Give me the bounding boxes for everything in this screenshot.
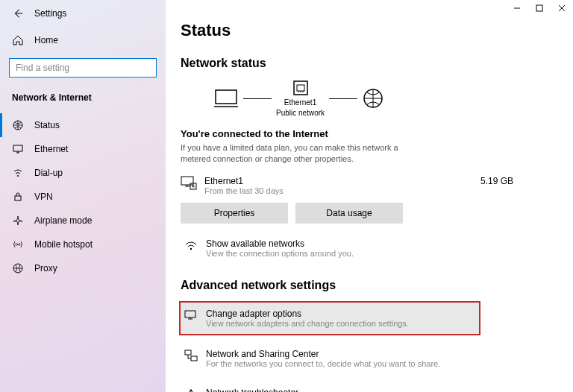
svg-rect-7 [216, 90, 237, 104]
link-title: Show available networks [206, 238, 354, 249]
titlebar-row: Settings [9, 7, 157, 19]
svg-rect-14 [185, 311, 195, 317]
adapter-name: Ethernet1 [284, 98, 316, 107]
page-title: Status [181, 21, 558, 40]
globe-icon [12, 119, 24, 131]
proxy-icon [12, 262, 24, 274]
home-label: Home [34, 35, 58, 45]
nav-label: VPN [34, 192, 53, 202]
properties-button[interactable]: Properties [181, 203, 288, 224]
diagram-line [329, 98, 357, 99]
nav-dialup[interactable]: Dial-up [9, 161, 157, 185]
data-usage-button[interactable]: Data usage [295, 203, 403, 224]
ethernet-adapter-icon [292, 79, 310, 97]
computer-icon [213, 88, 239, 109]
home-icon [12, 34, 24, 46]
app-title: Settings [34, 8, 66, 19]
troubleshooter-icon [184, 388, 198, 392]
globe-large-icon [362, 87, 384, 110]
svg-point-4 [17, 244, 19, 245]
nav-ethernet[interactable]: Ethernet [9, 137, 157, 161]
link-text: Change adapter options View network adap… [206, 309, 409, 328]
network-diagram: Ethernet1 Public network [213, 79, 558, 118]
network-sharing-center-link[interactable]: Network and Sharing Center For the netwo… [181, 344, 558, 373]
svg-point-13 [190, 248, 192, 250]
close-icon [558, 4, 566, 12]
adapter-options-icon [184, 309, 198, 323]
network-troubleshooter-link[interactable]: Network troubleshooter Diagnose and fix … [181, 383, 558, 392]
nav-status[interactable]: Status [9, 113, 157, 137]
connection-info: Ethernet1 From the last 30 days [204, 176, 284, 195]
svg-rect-6 [536, 5, 542, 11]
connection-usage: 5.19 GB [480, 176, 513, 186]
button-row: Properties Data usage [181, 203, 558, 224]
svg-rect-3 [15, 196, 21, 200]
airplane-icon [12, 215, 24, 227]
diagram-line [243, 98, 272, 99]
arrow-left-icon [13, 8, 23, 19]
window-controls [512, 3, 567, 13]
minimize-button[interactable] [512, 3, 522, 13]
maximize-button[interactable] [534, 3, 545, 13]
maximize-icon [536, 4, 543, 12]
link-title: Network troubleshooter [206, 388, 336, 392]
nav-label: Status [34, 120, 60, 130]
diagram-adapter: Ethernet1 Public network [276, 79, 325, 118]
advanced-heading: Advanced network settings [181, 279, 558, 292]
link-text: Network troubleshooter Diagnose and fix … [206, 388, 336, 392]
link-title: Network and Sharing Center [206, 349, 440, 359]
show-networks-link[interactable]: Show available networks View the connect… [181, 234, 558, 262]
link-text: Show available networks View the connect… [206, 238, 354, 258]
svg-rect-8 [294, 81, 307, 95]
sidebar: Settings Home Network & Internet Status … [0, 0, 166, 392]
link-sub: View the connection options around you. [206, 249, 354, 258]
nav-label: Dial-up [34, 168, 63, 178]
home-nav[interactable]: Home [9, 30, 157, 51]
link-sub: View network adapters and change connect… [206, 319, 409, 328]
minimize-icon [513, 4, 521, 12]
back-button[interactable] [12, 7, 24, 19]
close-button[interactable] [557, 3, 567, 13]
nav-vpn[interactable]: VPN [9, 185, 157, 209]
network-status-heading: Network status [181, 57, 558, 70]
connected-desc: If you have a limited data plan, you can… [181, 142, 427, 165]
hotspot-icon [12, 238, 24, 250]
svg-rect-16 [191, 356, 197, 361]
search-box[interactable] [9, 58, 157, 78]
connection-period: From the last 30 days [204, 186, 284, 195]
connection-row: Ethernet1 From the last 30 days 5.19 GB [181, 176, 558, 195]
wifi-icon [184, 238, 198, 253]
nav-label: Mobile hotspot [34, 239, 93, 250]
nav-proxy[interactable]: Proxy [9, 256, 157, 280]
adapter-type: Public network [276, 109, 325, 118]
connection-name: Ethernet1 [204, 176, 284, 186]
main-content: Status Network status Ethernet1 Public n… [166, 0, 573, 392]
link-sub: For the networks you connect to, decide … [206, 359, 440, 368]
svg-point-2 [17, 175, 19, 177]
nav-label: Proxy [34, 263, 57, 274]
nav-label: Airplane mode [34, 215, 92, 226]
link-title: Change adapter options [206, 309, 409, 319]
svg-rect-15 [185, 350, 191, 355]
search-input[interactable] [16, 63, 150, 73]
vpn-icon [12, 191, 24, 203]
change-adapter-options-link[interactable]: Change adapter options View network adap… [181, 303, 479, 334]
nav-airplane[interactable]: Airplane mode [9, 209, 157, 233]
nav-hotspot[interactable]: Mobile hotspot [9, 233, 157, 256]
dialup-icon [12, 167, 24, 179]
connected-heading: You're connected to the Internet [181, 128, 558, 139]
monitor-icon [12, 143, 24, 155]
svg-rect-1 [13, 145, 22, 151]
sharing-center-icon [184, 349, 198, 364]
nav-label: Ethernet [34, 144, 68, 154]
link-text: Network and Sharing Center For the netwo… [206, 349, 440, 368]
category-header: Network & Internet [9, 89, 157, 106]
ethernet-icon [181, 176, 197, 191]
svg-rect-9 [297, 85, 304, 91]
